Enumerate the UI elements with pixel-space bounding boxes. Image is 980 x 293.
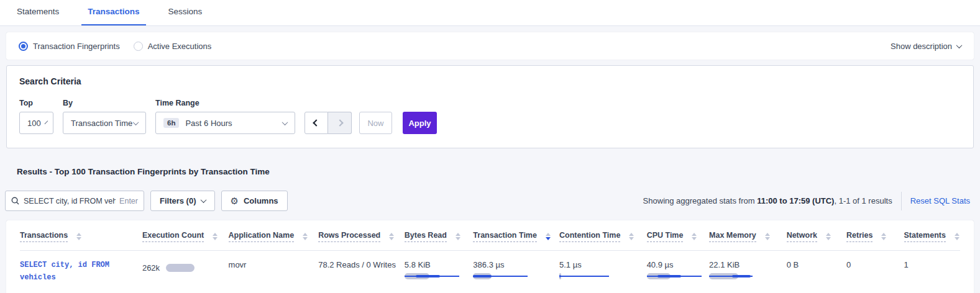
filters-button[interactable]: Filters (0)	[150, 191, 215, 211]
tab-statements[interactable]: Statements	[11, 7, 65, 25]
tab-sessions[interactable]: Sessions	[162, 7, 209, 25]
cell-contention_time: 5.1 µs	[559, 251, 647, 293]
column-header-label: Application Name	[229, 231, 295, 242]
cell-statements: 1	[904, 251, 961, 293]
results-title: Results - Top 100 Transaction Fingerprin…	[17, 167, 980, 176]
chevron-left-icon	[313, 119, 319, 126]
cell-network: 0 B	[787, 251, 846, 293]
column-header-label: Bytes Read	[405, 231, 447, 242]
show-description-toggle[interactable]: Show description	[891, 42, 961, 51]
radio-active-executions[interactable]: Active Executions	[134, 42, 212, 51]
time-next-button[interactable]	[328, 112, 352, 134]
sort-icon[interactable]	[456, 233, 460, 240]
retries-value: 0	[846, 260, 904, 269]
columns-label: Columns	[244, 196, 278, 205]
time-prev-button[interactable]	[305, 112, 328, 134]
column-header-rows_processed[interactable]: Rows Processed	[318, 220, 405, 251]
aggregated-stats-note: Showing aggregated stats from 11:00 to 1…	[643, 196, 892, 205]
radio-label: Active Executions	[148, 42, 212, 51]
cell-retries: 0	[846, 251, 904, 293]
column-header-execution_count[interactable]: Execution Count	[142, 220, 229, 251]
transaction_time-value: 386.3 µs	[473, 260, 559, 269]
cell-transaction_time: 386.3 µs	[473, 251, 559, 293]
radio-transaction-fingerprints[interactable]: Transaction Fingerprints	[19, 42, 120, 51]
column-header-query[interactable]: Transactions	[20, 220, 142, 251]
sort-icon[interactable]	[826, 233, 831, 240]
sort-icon[interactable]	[213, 233, 218, 240]
max_memory-value: 22.1 KiB	[709, 260, 787, 269]
radio-unselected-icon	[134, 42, 143, 51]
column-header-label: Statements	[904, 231, 946, 242]
time-range-select[interactable]: 6h Past 6 Hours	[155, 112, 295, 134]
tab-transactions[interactable]: Transactions	[81, 7, 145, 25]
sort-icon[interactable]	[389, 233, 394, 240]
column-header-retries[interactable]: Retries	[846, 220, 904, 251]
show-description-label: Show description	[891, 42, 952, 51]
sort-icon[interactable]	[765, 233, 770, 240]
bytes_read-bar-chart	[405, 273, 462, 279]
cell-max_memory: 22.1 KiB	[709, 251, 787, 293]
sort-icon[interactable]	[76, 233, 81, 240]
stats-time-range: 11:00 to 17:59 (UTC)	[757, 196, 834, 205]
apply-button[interactable]: Apply	[403, 112, 437, 134]
reset-sql-stats-link[interactable]: Reset SQL Stats	[910, 196, 970, 205]
columns-button[interactable]: ⚙ Columns	[221, 191, 288, 211]
search-criteria-title: Search Criteria	[19, 76, 961, 86]
results-controls-row: Enter Filters (0) ⚙ Columns Showing aggr…	[5, 191, 974, 211]
search-criteria-panel: Search Criteria Top 100 By Transaction T…	[6, 65, 974, 148]
column-header-max_memory[interactable]: Max Memory	[709, 220, 787, 251]
table-header-row: TransactionsExecution CountApplication N…	[20, 220, 960, 251]
sort-icon[interactable]	[881, 233, 886, 240]
time-window-arrows	[305, 112, 352, 134]
chevron-down-icon	[44, 120, 48, 124]
sort-icon[interactable]	[629, 233, 634, 240]
filters-label: Filters (0)	[160, 196, 196, 205]
column-header-label: Max Memory	[709, 231, 756, 242]
rows_processed-value: 78.2 Reads / 0 Writes	[318, 260, 405, 269]
by-control: By Transaction Time	[63, 99, 146, 134]
column-header-bytes_read[interactable]: Bytes Read	[405, 220, 474, 251]
sort-icon[interactable]	[955, 233, 959, 240]
gear-icon: ⚙	[231, 196, 239, 205]
sort-icon[interactable]	[303, 233, 308, 240]
search-box: Enter	[5, 191, 144, 211]
column-header-label: Execution Count	[142, 231, 204, 242]
statements-value: 1	[904, 260, 961, 269]
column-header-network[interactable]: Network	[787, 220, 846, 251]
transactions-table: TransactionsExecution CountApplication N…	[20, 220, 960, 293]
column-header-cpu_time[interactable]: CPU Time	[647, 220, 709, 251]
by-select[interactable]: Transaction Time	[63, 112, 146, 134]
cell-application_name: movr	[229, 251, 319, 293]
search-icon	[11, 197, 19, 205]
cpu_time-value: 40.9 µs	[647, 260, 709, 269]
radio-selected-icon	[19, 42, 28, 51]
time-range-control: Time Range 6h Past 6 Hours	[155, 99, 295, 134]
search-enter-hint: Enter	[119, 197, 138, 205]
top-select-value: 100	[27, 119, 41, 128]
search-input[interactable]	[24, 197, 116, 205]
column-header-application_name[interactable]: Application Name	[229, 220, 319, 251]
column-header-statements[interactable]: Statements	[904, 220, 961, 251]
chevron-right-icon	[336, 119, 343, 126]
network-value: 0 B	[787, 260, 846, 269]
column-header-transaction_time[interactable]: Transaction Time	[473, 220, 559, 251]
transaction-fingerprint-link[interactable]: SELECT city, id FROM vehicles	[20, 259, 113, 284]
top-select[interactable]: 100	[19, 112, 53, 134]
contention_time-value: 5.1 µs	[559, 260, 647, 269]
max_memory-bar-chart	[709, 273, 766, 279]
view-toggle-card: Transaction Fingerprints Active Executio…	[6, 32, 974, 60]
bytes_read-value: 5.8 KiB	[405, 260, 474, 269]
chevron-down-icon	[282, 119, 288, 125]
by-select-value: Transaction Time	[71, 119, 132, 128]
contention_time-bar-chart	[559, 273, 616, 279]
cell-bytes_read: 5.8 KiB	[405, 251, 474, 293]
now-button[interactable]: Now	[359, 112, 392, 134]
sort-icon[interactable]	[546, 233, 551, 240]
sort-icon[interactable]	[692, 233, 697, 240]
by-label: By	[63, 99, 146, 107]
cpu_time-bar-chart	[647, 273, 704, 279]
column-header-label: Retries	[846, 231, 872, 242]
time-range-badge: 6h	[163, 118, 179, 128]
transaction_time-bar-chart	[473, 273, 530, 279]
column-header-contention_time[interactable]: Contention Time	[559, 220, 647, 251]
